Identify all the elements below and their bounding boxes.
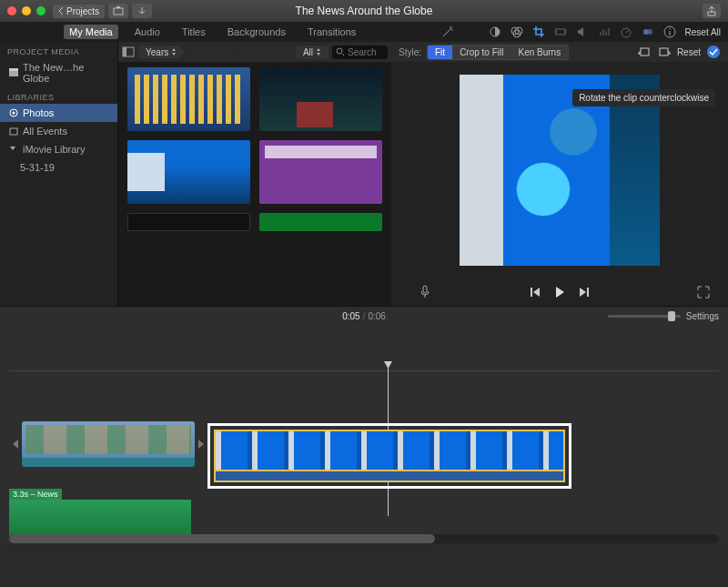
sidebar-toggle-icon[interactable] [122, 46, 135, 57]
prev-frame-button[interactable] [530, 287, 541, 298]
crop-mode-segment: Fit Crop to Fill Ken Burns [427, 45, 569, 60]
time-total: 0:06 [368, 311, 385, 321]
thumbnail-grid [118, 62, 391, 306]
title-clip-news[interactable] [9, 500, 191, 536]
play-button[interactable] [553, 286, 566, 299]
timeline-area: 0:05 / 0:06 Settings 3.3s – News [0, 306, 728, 543]
seg-ken-burns[interactable]: Ken Burns [511, 46, 568, 59]
share-button[interactable] [703, 4, 721, 18]
search-icon [336, 47, 345, 56]
sidebar-item-event-date[interactable]: 5-31-19 [0, 158, 117, 177]
minimize-window-button[interactable] [22, 6, 31, 15]
media-thumb[interactable] [127, 140, 250, 204]
filter-all-dropdown[interactable]: All [296, 46, 329, 59]
color-balance-icon[interactable] [489, 25, 501, 38]
color-correction-icon[interactable] [511, 25, 523, 38]
volume-icon[interactable] [576, 25, 589, 38]
sidebar-item-photos[interactable]: Photos [0, 104, 117, 122]
track-handle-right[interactable] [195, 425, 207, 463]
clip-map[interactable] [22, 421, 195, 467]
reset-all-button[interactable]: Reset All [685, 27, 721, 37]
media-thumb[interactable] [259, 213, 382, 231]
tab-backgrounds[interactable]: Backgrounds [222, 25, 291, 39]
info-icon[interactable] [663, 25, 676, 38]
svg-rect-7 [556, 29, 565, 35]
crumb-label: Years [146, 47, 168, 57]
search-input[interactable] [348, 47, 384, 57]
svg-rect-22 [641, 48, 649, 56]
traffic-lights [7, 6, 46, 15]
preview-canvas[interactable]: Rotate the clip counterclockwise [391, 62, 728, 278]
download-button[interactable] [132, 4, 152, 18]
zoom-slider-thumb[interactable] [668, 311, 675, 321]
svg-point-12 [647, 29, 652, 35]
svg-rect-9 [565, 30, 566, 34]
speed-icon[interactable] [620, 25, 632, 38]
timeline-ruler[interactable] [9, 370, 719, 371]
timeline-scrollbar[interactable] [9, 534, 719, 543]
sidebar-item-imovie-library[interactable]: iMovie Library [0, 140, 117, 158]
breadcrumb-empty[interactable] [187, 50, 242, 54]
reset-crop-button[interactable]: Reset [677, 47, 701, 57]
media-thumb[interactable] [127, 67, 250, 131]
media-thumb[interactable] [259, 67, 382, 131]
svg-rect-1 [116, 6, 120, 8]
selected-clip-wrapper[interactable] [207, 423, 571, 489]
seg-fit[interactable]: Fit [428, 46, 452, 59]
back-label: Projects [66, 6, 99, 16]
style-label: Style: [399, 47, 421, 57]
sidebar-item-all-events[interactable]: All Events [0, 122, 117, 140]
title-clip-duration-label: 3.3s – News [9, 489, 62, 500]
breadcrumb-years[interactable]: Years [138, 46, 184, 59]
rotate-cw-button[interactable] [657, 46, 672, 58]
fullscreen-button[interactable] [697, 286, 710, 299]
voiceover-button[interactable] [419, 285, 431, 299]
wand-icon[interactable] [441, 25, 454, 38]
track-handle-left[interactable] [9, 425, 22, 463]
timeline-tracks[interactable]: 3.3s – News [0, 325, 728, 534]
window-titlebar: Projects The News Around the Globe [0, 0, 728, 22]
sidebar-project-item[interactable]: The New…he Globe [0, 58, 117, 87]
library-sidebar: PROJECT MEDIA The New…he Globe LIBRARIES… [0, 42, 118, 306]
apply-crop-button[interactable] [706, 45, 721, 59]
search-field[interactable] [332, 46, 388, 59]
zoom-slider[interactable] [608, 315, 681, 318]
tab-audio[interactable]: Audio [129, 25, 166, 39]
media-import-button[interactable] [108, 4, 128, 18]
svg-point-21 [337, 48, 342, 54]
back-to-projects-button[interactable]: Projects [53, 5, 105, 18]
svg-rect-8 [555, 30, 556, 34]
photos-icon [9, 108, 18, 117]
svg-point-24 [707, 46, 720, 58]
media-thumb[interactable] [259, 140, 382, 204]
media-browser: Years All [118, 42, 391, 306]
close-window-button[interactable] [7, 6, 16, 15]
media-thumb[interactable] [127, 213, 250, 231]
clip-waterfall-audio[interactable] [214, 471, 565, 482]
tab-my-media[interactable]: My Media [64, 25, 118, 39]
settings-button[interactable]: Settings [686, 311, 719, 321]
filter-icon[interactable] [642, 25, 654, 38]
stabilize-icon[interactable] [554, 25, 567, 38]
svg-rect-20 [123, 47, 126, 56]
crop-icon[interactable] [532, 25, 545, 38]
noise-reduction-icon[interactable] [598, 25, 611, 38]
sort-icon [171, 48, 177, 56]
next-frame-button[interactable] [579, 287, 590, 298]
timeline-settings: Settings [608, 311, 719, 321]
svg-rect-23 [660, 48, 668, 56]
svg-rect-27 [587, 288, 589, 297]
preview-viewer: Style: Fit Crop to Fill Ken Burns Reset … [391, 42, 728, 306]
clip-waterfall[interactable] [214, 430, 565, 471]
disclosure-down-icon [9, 145, 18, 154]
fullscreen-window-button[interactable] [36, 6, 46, 15]
browser-toolbar: Years All [118, 42, 391, 62]
imovie-lib-label: iMovie Library [23, 144, 85, 155]
svg-rect-15 [9, 68, 18, 71]
tab-titles[interactable]: Titles [177, 25, 211, 39]
photos-label: Photos [23, 107, 54, 118]
svg-rect-18 [10, 128, 17, 135]
seg-crop-to-fill[interactable]: Crop to Fill [452, 46, 511, 59]
rotate-ccw-button[interactable] [637, 46, 652, 58]
tab-transitions[interactable]: Transitions [302, 25, 361, 39]
